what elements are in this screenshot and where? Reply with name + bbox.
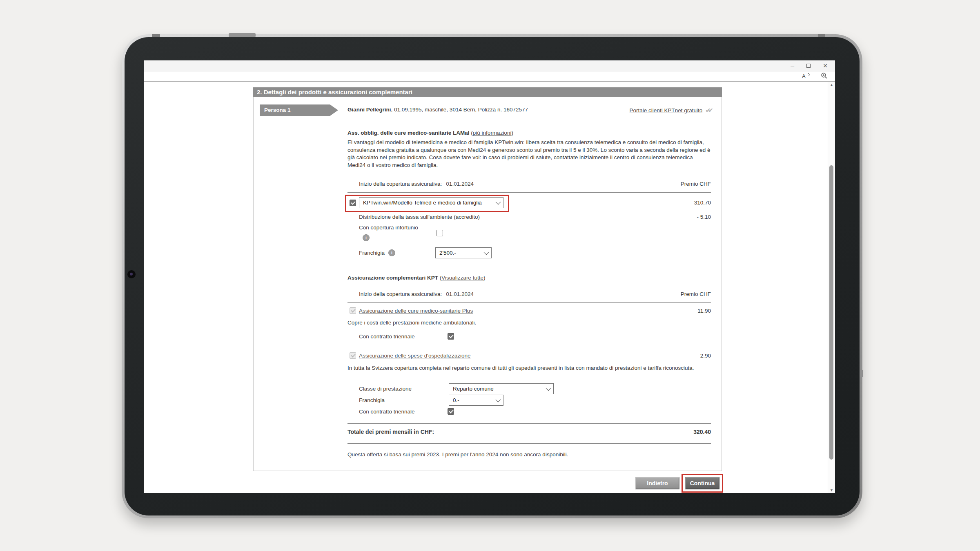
accident-checkbox[interactable] [437,230,443,236]
page-content-area: 2. Dettagli dei prodotti e assicurazioni… [144,82,828,493]
scroll-up-arrow-icon[interactable]: ▲ [828,83,835,87]
device-antenna-band-right [818,34,825,37]
svg-text:A: A [802,73,806,79]
browser-toolbar: A [144,71,835,82]
info-icon[interactable]: i [363,234,370,241]
model-select-value: KPTwin.win/Modello Telmed e medico di fa… [363,200,482,206]
coverage-date: 01.01.2024 [446,291,474,297]
maximize-icon[interactable] [806,64,811,68]
service-class-row: Classe di prestazione Reparto comune [359,383,711,394]
lamal-model-row: KPTwin.win/Modello Telmed e medico di fa… [347,197,711,208]
close-icon[interactable]: ✕ [823,62,828,69]
footnote: Questa offerta si basa sui premi 2023. I… [347,451,568,458]
text-size-icon[interactable]: A [802,73,811,80]
hospital-franchise-row: Franchigia 0.- [359,395,711,406]
accident-label: Con copertura infortunio [359,224,418,231]
browser-window: – ✕ A 2. Dettagli dei prodotti e assicur… [144,60,835,493]
person-name: Gianni Pellegrini [347,107,391,113]
lamal-section-title: Ass. obblig. delle cure medico-sanitarie… [347,130,513,136]
double-checkmark-icon: ✔✔ [705,107,710,114]
hospital-franchise-value: 0.- [453,397,459,403]
divider [347,443,711,444]
eco-tax-value: - 5.10 [697,214,711,220]
eco-tax-label: Distribuzione della tassa sull'ambiente … [359,214,480,220]
scroll-down-arrow-icon[interactable]: ▼ [828,488,835,492]
total-row: Totale dei premi mensili in CHF: 320.40 [347,429,711,435]
divider [347,302,711,303]
accident-coverage-block: Con copertura infortunio i [347,224,711,244]
scrollbar-thumb[interactable] [829,165,833,460]
product-details-panel: 2. Dettagli dei prodotti e assicurazioni… [253,87,722,471]
plus-premium: 11.90 [697,308,711,314]
person-info-line: Gianni Pellegrini, 01.09.1995, maschile,… [347,107,528,113]
paren: (Visualizzare tutte) [440,275,486,281]
hospital-insurance-link[interactable]: Assicurazione delle spese d'ospedalizzaz… [359,353,471,359]
hospital-franchise-label: Franchigia [359,397,449,403]
plus-insurance-link[interactable]: Assicurazione delle cure medico-sanitari… [359,308,473,314]
plus-triennial-row: Con contratto triennale [359,333,454,340]
franchise-select[interactable]: 2'500.- [435,247,492,258]
hospital-premium: 2.90 [700,353,711,359]
window-titlebar: – ✕ [144,60,835,71]
plus-triennial-checkbox[interactable] [448,333,454,340]
plus-insurance-row: Assicurazione delle cure medico-sanitari… [347,307,711,314]
triennial-label: Con contratto triennale [359,409,448,415]
eco-tax-row: Distribuzione della tassa sull'ambiente … [359,214,711,220]
chevron-down-icon [496,397,501,402]
hospital-franchise-select[interactable]: 0.- [449,395,503,406]
back-button[interactable]: Indietro [635,477,679,489]
total-label: Totale dei premi mensili in CHF: [347,429,434,435]
franchise-select-value: 2'500.- [439,250,456,256]
supplementary-section-title: Assicurazione complementari KPT (Visuali… [347,275,485,281]
supplementary-coverage-row: Inizio della copertura assicurativa:01.0… [359,291,711,297]
hospital-checkbox [350,352,356,359]
portal-client-link[interactable]: Portale clienti KPTnet gratuito [630,107,703,113]
hospital-triennial-row: Con contratto triennale [359,408,454,415]
view-all-link[interactable]: Visualizzare tutte [441,275,483,281]
device-antenna-band-left [152,34,160,37]
chevron-down-icon [484,250,489,255]
hospital-insurance-row: Assicurazione delle spese d'ospedalizzaz… [347,352,711,359]
chevron-down-icon [546,386,551,391]
plus-description: Copre i costi delle prestazioni mediche … [347,320,476,326]
service-class-select[interactable]: Reparto comune [449,383,554,394]
franchise-label-wrap: Franchigia i [359,249,435,256]
model-premium: 310.70 [694,200,711,206]
model-select[interactable]: KPTwin.win/Modello Telmed e medico di fa… [359,197,503,208]
model-checkbox[interactable] [350,200,356,206]
scrollbar[interactable]: ▲ ▼ [828,82,835,493]
franchise-row: Franchigia i 2'500.- [359,247,711,258]
triennial-label: Con contratto triennale [359,333,448,340]
continue-button[interactable]: Continua [685,477,719,489]
divider [347,192,711,193]
action-buttons-row: Indietro Continua [253,477,722,489]
persona-tag: Persona 1 [260,104,330,116]
coverage-start: Inizio della copertura assicurativa:01.0… [359,181,474,187]
tablet-device-frame: – ✕ A 2. Dettagli dei prodotti e assicur… [122,34,862,518]
service-class-label: Classe di prestazione [359,386,449,392]
divider [347,423,711,424]
service-class-value: Reparto comune [453,386,494,392]
hospital-description: In tutta la Svizzera copertura completa … [347,364,711,372]
chevron-down-icon [496,200,501,205]
plus-checkbox [350,307,356,314]
device-top-button [229,33,256,37]
coverage-date: 01.01.2024 [446,181,474,187]
supplementary-title-text: Assicurazione complementari KPT [347,275,438,281]
lamal-title-text: Ass. obblig. delle cure medico-sanitarie… [347,130,470,136]
zoom-icon[interactable] [821,72,828,81]
paren: (più informazioni) [471,130,513,136]
section-header: 2. Dettagli dei prodotti e assicurazioni… [253,87,722,97]
person-details: , 01.09.1995, maschile, 3014 Bern, Poliz… [391,107,528,113]
device-side-button [860,370,863,377]
minimize-icon[interactable]: – [791,64,794,68]
info-icon[interactable]: i [388,249,395,256]
front-camera-icon [127,270,136,278]
coverage-start: Inizio della copertura assicurativa:01.0… [359,291,474,297]
lamal-description: El vantaggi del modello di telemedicina … [347,139,711,169]
more-info-link[interactable]: più informazioni [473,130,512,136]
premium-header: Premio CHF [681,181,711,187]
hospital-triennial-checkbox[interactable] [448,408,454,415]
premium-header: Premio CHF [681,291,711,297]
portal-link-row: Portale clienti KPTnet gratuito ✔✔ [630,107,713,114]
